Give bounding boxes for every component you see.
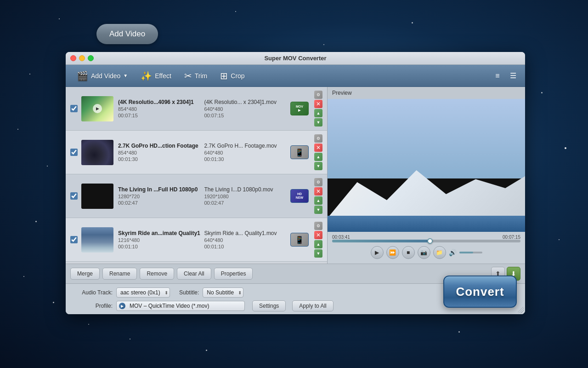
file-name-2: 2.7K GoPro HD...ction Footage [118, 143, 201, 149]
file-delete-btn-1[interactable]: ✕ [314, 100, 322, 108]
settings-button[interactable]: Settings [252, 300, 286, 311]
minimize-button[interactable] [79, 55, 85, 61]
file-up-btn-1[interactable]: ▲ [314, 109, 322, 117]
file-output-res-3: 1920*1080 [204, 194, 287, 199]
format-badge-1: MOV▶ [290, 102, 309, 115]
file-res-4: 1216*480 [118, 237, 201, 243]
file-checkbox-4[interactable] [70, 236, 78, 243]
maximize-button[interactable] [88, 55, 94, 61]
apply-to-all-button[interactable]: Apply to All [292, 300, 333, 311]
list-item[interactable]: 2.7K GoPro HD...ction Footage 854*480 00… [66, 131, 327, 174]
file-dur-4: 00:01:10 [118, 244, 201, 249]
file-delete-btn-4[interactable]: ✕ [314, 231, 322, 239]
file-output-res-2: 640*480 [204, 150, 287, 155]
effect-icon: ✨ [141, 70, 152, 81]
remove-button[interactable]: Remove [140, 268, 174, 280]
folder-button[interactable]: 📁 [433, 246, 446, 259]
file-res-1: 854*480 [118, 106, 201, 112]
file-format-icon-4: 📱 [290, 233, 309, 247]
crop-label: Crop [231, 72, 244, 80]
add-video-icon: 🎬 [77, 70, 88, 81]
volume-slider[interactable] [459, 252, 482, 253]
file-up-btn-3[interactable]: ▲ [314, 196, 322, 205]
file-settings-btn-3[interactable]: ⚙ [314, 178, 322, 186]
volume-fill [459, 252, 473, 253]
rename-button[interactable]: Rename [102, 268, 137, 280]
profile-select-wrapper: ▶ MOV – QuickTime Video (*.mov) [116, 301, 245, 311]
file-up-btn-4[interactable]: ▲ [314, 240, 322, 248]
progress-track[interactable] [332, 240, 520, 242]
add-video-tooltip[interactable]: Add Video [96, 24, 158, 44]
file-name-1: (4K Resolutio...4096 x 2304]1 [118, 99, 201, 105]
progress-thumb[interactable] [427, 238, 433, 244]
format-badge-4: 📱 [290, 233, 309, 247]
file-output-res-4: 640*480 [204, 237, 287, 243]
playback-controls: ▶ ⏩ ■ 📷 📁 🔊 [332, 244, 520, 261]
file-name-3: The Living In ...Full HD 1080p0 [118, 186, 201, 193]
playback-bar: 00:03:41 00:07:15 ▶ ⏩ ■ 📷 📁 🔊 [328, 232, 525, 264]
preview-video [328, 99, 525, 232]
file-delete-btn-2[interactable]: ✕ [314, 144, 322, 152]
fast-forward-button[interactable]: ⏩ [386, 246, 399, 259]
close-button[interactable] [70, 55, 76, 61]
convert-button[interactable]: Convert [443, 276, 517, 308]
trim-icon: ✂ [184, 70, 192, 81]
toolbar: 🎬 Add Video ▼ ✨ Effect ✂ Trim ⊞ Crop ≡ ☰ [66, 65, 525, 87]
play-button[interactable]: ▶ [371, 246, 384, 259]
file-down-btn-1[interactable]: ▼ [314, 118, 322, 126]
crop-button[interactable]: ⊞ Crop [215, 68, 250, 84]
titlebar: Super MOV Converter [66, 52, 525, 65]
file-res-3: 1280*720 [118, 194, 201, 199]
file-output-name-3: The Living I...D 1080p0.mov [204, 186, 287, 193]
effect-button[interactable]: ✨ Effect [135, 68, 177, 84]
file-down-btn-2[interactable]: ▼ [314, 162, 322, 170]
file-dur-1: 00:07:15 [118, 113, 201, 118]
file-delete-btn-3[interactable]: ✕ [314, 187, 322, 196]
screenshot-button[interactable]: 📷 [418, 246, 430, 259]
file-info-1: (4K Resolutio...4096 x 2304]1 854*480 00… [118, 99, 201, 118]
add-video-dropdown-arrow[interactable]: ▼ [123, 73, 128, 78]
resize-handle[interactable] [518, 307, 524, 313]
file-checkbox-2[interactable] [70, 149, 78, 156]
list-view-button[interactable]: ≡ [491, 69, 504, 82]
file-down-btn-4[interactable]: ▼ [314, 249, 322, 258]
file-output-name-1: (4K Resolutio... x 2304]1.mov [204, 99, 287, 105]
clear-all-button[interactable]: Clear All [177, 268, 211, 280]
stop-button[interactable]: ■ [402, 246, 415, 259]
file-down-btn-3[interactable]: ▼ [314, 206, 322, 214]
menu-view-button[interactable]: ☰ [507, 69, 520, 82]
file-settings-btn-4[interactable]: ⚙ [314, 222, 322, 230]
file-checkbox-1[interactable] [70, 105, 78, 112]
file-info-3: The Living In ...Full HD 1080p0 1280*720… [118, 186, 201, 206]
merge-button[interactable]: Merge [70, 268, 100, 280]
sky-decoration [328, 99, 525, 178]
file-up-btn-2[interactable]: ▲ [314, 153, 322, 161]
file-output-2: 2.7K GoPro H... Footage.mov 640*480 00:0… [201, 143, 287, 162]
profile-select[interactable]: MOV – QuickTime Video (*.mov) [116, 301, 245, 311]
file-info-2: 2.7K GoPro HD...ction Footage 854*480 00… [118, 143, 201, 162]
time-total: 00:07:15 [503, 235, 520, 240]
time-current: 00:03:41 [332, 235, 350, 240]
file-output-3: The Living I...D 1080p0.mov 1920*1080 00… [201, 186, 287, 206]
file-dur-2: 00:01:30 [118, 156, 201, 162]
properties-button[interactable]: Properties [214, 268, 253, 280]
file-thumbnail-4 [81, 227, 113, 253]
file-output-1: (4K Resolutio... x 2304]1.mov 640*480 00… [201, 99, 287, 118]
play-overlay-icon-1: ▶ [93, 104, 102, 113]
file-format-icon-2: 📱 [290, 145, 309, 159]
file-settings-btn-2[interactable]: ⚙ [314, 134, 322, 143]
list-item[interactable]: The Living In ...Full HD 1080p0 1280*720… [66, 174, 327, 218]
list-item[interactable]: Skyrim Ride an...imate Quality1 1216*480… [66, 218, 327, 262]
format-badge-2: 📱 [290, 145, 309, 159]
profile-icon: ▶ [119, 303, 125, 309]
audio-track-select[interactable]: aac stereo (0x1) [116, 288, 170, 298]
file-info-4: Skyrim Ride an...imate Quality1 1216*480… [118, 230, 201, 249]
file-res-2: 854*480 [118, 150, 201, 155]
subtitle-select[interactable]: No Subtitle [203, 288, 243, 298]
file-checkbox-3[interactable] [70, 192, 78, 200]
traffic-lights [70, 55, 94, 61]
add-video-button[interactable]: 🎬 Add Video ▼ [71, 68, 133, 84]
trim-button[interactable]: ✂ Trim [179, 68, 213, 84]
file-settings-btn-1[interactable]: ⚙ [314, 91, 322, 99]
list-item[interactable]: ▶ (4K Resolutio...4096 x 2304]1 854*480 … [66, 87, 327, 131]
